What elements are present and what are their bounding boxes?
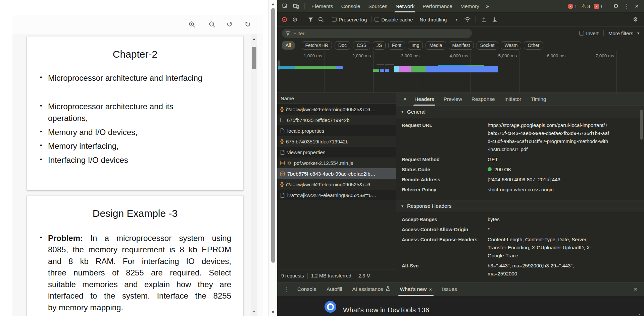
name-column-header[interactable]: Name	[277, 93, 396, 104]
issues-badge[interactable]: ×1	[594, 4, 603, 9]
bullet-line-wrap: operations,	[48, 114, 236, 123]
chip-socket[interactable]: Socket	[477, 41, 498, 50]
more-filters-button[interactable]: More filters	[608, 30, 633, 36]
chevron-down-icon[interactable]: ▾	[637, 31, 639, 36]
error-badge[interactable]: ×1	[568, 4, 577, 9]
window-scrollbar-thumb[interactable]	[271, 8, 275, 263]
request-row[interactable]: 675fb7403519ffdec719942b	[277, 115, 396, 125]
response-headers-section-header[interactable]: ▼ Response Headers	[396, 200, 644, 212]
bullet-icon: •	[40, 74, 42, 81]
tab-sources[interactable]: Sources	[364, 0, 392, 12]
clear-network-log-icon[interactable]: ⊘	[290, 16, 300, 23]
general-section-header[interactable]: ▼ General	[396, 106, 644, 118]
scroll-up-icon[interactable]: ▲	[269, 2, 277, 6]
filter-input[interactable]: Filter	[282, 29, 472, 38]
transferred-size: 1.2 MB transferred	[311, 273, 351, 278]
settings-gear-icon[interactable]: ⚙	[611, 3, 621, 10]
request-row[interactable]: i?a=cwjkwc%2Felearning090525&r=6…	[277, 190, 396, 200]
invert-checkbox[interactable]	[579, 31, 584, 36]
scroll-up-icon[interactable]: ▲	[251, 37, 257, 41]
paragraph-line: suitable memories and explain how they a…	[48, 280, 231, 289]
section-title: Response Headers	[407, 203, 452, 209]
chip-css[interactable]: CSS	[353, 41, 370, 50]
drawer-scrollbar[interactable]: ▲ ▼	[637, 313, 641, 316]
rotate-clockwise-icon[interactable]: ↻	[243, 20, 252, 29]
close-drawer-icon[interactable]: ×	[631, 286, 640, 293]
disable-cache-checkbox[interactable]	[375, 17, 379, 22]
tab-preview[interactable]: Preview	[440, 93, 466, 106]
tab-headers[interactable]: Headers	[411, 93, 438, 106]
request-row[interactable]: locale.properties	[277, 125, 396, 136]
disable-cache-label[interactable]: Disable cache	[381, 17, 413, 22]
request-name: locale.properties	[287, 128, 324, 134]
preserve-log-checkbox[interactable]	[332, 17, 337, 22]
tab-elements[interactable]: Elements	[307, 0, 337, 12]
chip-manifest[interactable]: Manifest	[449, 41, 474, 50]
json-icon: {}	[280, 139, 283, 144]
drawer-tab-issues[interactable]: Issues	[437, 282, 462, 296]
chip-img[interactable]: Img	[408, 41, 423, 50]
throttling-select[interactable]: No throttling	[420, 17, 447, 22]
preserve-log-label[interactable]: Preserve log	[339, 17, 367, 22]
invert-label[interactable]: Invert	[586, 30, 599, 36]
tab-network[interactable]: Network	[391, 0, 418, 12]
chip-all[interactable]: All	[282, 41, 295, 50]
request-row[interactable]: {}i?a=cwjkwc%2Felearning090525&r=6…	[277, 179, 396, 190]
window-scrollbar[interactable]: ▲ ▼	[268, 0, 277, 316]
tab-console[interactable]: Console	[337, 0, 364, 12]
inspect-element-icon[interactable]	[280, 3, 291, 9]
drawer-tab-label: What's new	[400, 286, 427, 292]
page-title: Chapter-2	[27, 49, 243, 60]
drawer-tab-console[interactable]: Console	[292, 282, 321, 296]
filter-toggle-icon[interactable]	[306, 17, 316, 22]
request-row[interactable]: {}675fb7403519ffdec719942b	[277, 136, 396, 147]
kebab-menu-icon[interactable]: ⋮	[621, 3, 632, 10]
chip-js[interactable]: JS	[373, 41, 386, 50]
close-details-icon[interactable]: ×	[401, 96, 409, 103]
close-devtools-icon[interactable]: ×	[632, 3, 641, 10]
device-toolbar-icon[interactable]	[291, 3, 302, 9]
zoom-out-icon[interactable]	[208, 20, 216, 29]
pdf-scrollbar-thumb[interactable]	[252, 47, 256, 69]
chevron-down-icon[interactable]: ▾	[455, 17, 457, 22]
chip-other[interactable]: Other	[524, 41, 543, 50]
request-row[interactable]: viewer.properties	[277, 147, 396, 157]
chip-fetch-xhr[interactable]: Fetch/XHR	[302, 41, 332, 50]
request-row[interactable]: {}i?a=cwjkwc%2Felearning090525&r=6…	[277, 104, 396, 115]
drawer-tab-label: AI assistance	[352, 286, 383, 292]
header-label: Referrer Policy	[402, 186, 488, 194]
network-conditions-icon[interactable]	[462, 17, 473, 22]
export-har-icon[interactable]	[489, 17, 500, 22]
tab-timing[interactable]: Timing	[527, 93, 550, 106]
close-tab-icon[interactable]: ×	[429, 287, 432, 292]
tab-initiator[interactable]: Initiator	[501, 93, 525, 106]
drawer-menu-icon[interactable]: ⋮	[281, 286, 292, 293]
tab-response[interactable]: Response	[468, 93, 499, 106]
network-overview-timeline[interactable]: 1,000 ms 2,000 ms 3,000 ms 4,000 ms 5,00…	[277, 51, 644, 93]
drawer-tab-whats-new[interactable]: What's new ×	[395, 282, 437, 296]
drawer-tab-ai-assistance[interactable]: AI assistance	[347, 282, 395, 296]
warning-badge[interactable]: ⚠3	[581, 3, 590, 9]
details-scrollbar-thumb[interactable]	[640, 110, 643, 140]
network-settings-gear-icon[interactable]: ⚙	[630, 16, 641, 23]
more-tabs-icon[interactable]: »	[483, 3, 492, 10]
chip-doc[interactable]: Doc	[335, 41, 350, 50]
paragraph-text: In a microprocessor system using	[90, 234, 231, 243]
drawer-tab-autofill[interactable]: Autofill	[321, 282, 347, 296]
search-icon[interactable]	[316, 17, 326, 22]
scroll-down-icon[interactable]: ▼	[251, 310, 257, 313]
zoom-in-icon[interactable]	[188, 20, 196, 29]
scroll-down-icon[interactable]: ▼	[269, 310, 277, 315]
record-network-log-icon[interactable]	[282, 17, 287, 22]
import-har-icon[interactable]	[479, 17, 489, 22]
tab-performance[interactable]: Performance	[418, 0, 456, 12]
chip-wasm[interactable]: Wasm	[501, 41, 521, 50]
request-row[interactable]: <>⚙pdf.worker-2.12.554.min.js	[277, 157, 396, 168]
scroll-up-icon[interactable]: ▲	[638, 313, 641, 316]
chip-font[interactable]: Font	[388, 41, 405, 50]
chip-media[interactable]: Media	[426, 41, 446, 50]
request-row-selected[interactable]: <>7beb575f-c843-4aeb-99ae-cbefae2fb…	[277, 168, 396, 179]
rotate-counterclockwise-icon[interactable]: ↺	[225, 20, 234, 29]
tab-memory[interactable]: Memory	[456, 0, 483, 12]
pdf-scrollbar[interactable]: ▲ ▼	[251, 34, 257, 316]
